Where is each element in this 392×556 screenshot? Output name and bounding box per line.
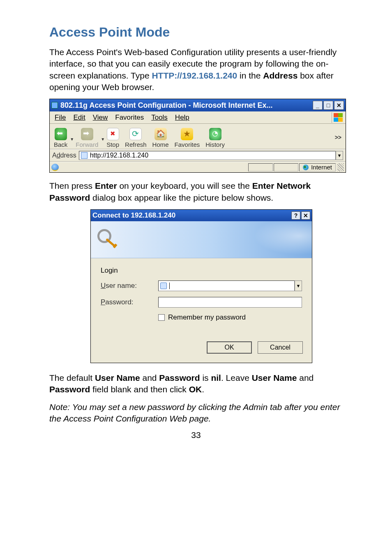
cancel-button[interactable]: Cancel: [258, 341, 303, 354]
stop-label: Stop: [106, 141, 119, 148]
menu-tools[interactable]: Tools: [150, 113, 173, 123]
address-url-text: http://192.168.1.240: [90, 152, 148, 159]
connect-dialog: Connect to 192.168.1.240 ? ✕ Login User …: [90, 209, 312, 363]
favorites-star-icon: [181, 128, 193, 140]
maximize-button[interactable]: □: [323, 101, 333, 110]
stop-button[interactable]: Stop: [106, 128, 119, 148]
dialog-close-button[interactable]: ✕: [301, 211, 310, 220]
menu-favorites[interactable]: Favorites: [113, 113, 150, 123]
login-realm-label: Login: [101, 266, 302, 275]
text: . Leave: [221, 373, 252, 382]
refresh-button[interactable]: Refresh: [125, 128, 147, 148]
text: User Name: [95, 373, 140, 382]
history-button[interactable]: History: [205, 128, 225, 148]
enter-word: Enter: [95, 181, 117, 190]
password-label: Password:: [101, 298, 158, 306]
menu-edit-label: Edit: [73, 114, 85, 121]
security-zone: Internet: [299, 163, 336, 171]
status-bar: Internet: [50, 162, 346, 172]
minimize-button[interactable]: _: [313, 101, 323, 110]
status-progress-2: [274, 163, 298, 171]
menu-view-label: View: [93, 114, 108, 121]
back-dropdown-caret[interactable]: ▼: [70, 137, 74, 141]
remember-password-checkbox[interactable]: [158, 314, 165, 321]
address-label: Address: [52, 152, 76, 159]
help-button[interactable]: ?: [291, 211, 300, 220]
enter-paragraph: Then press Enter on your keyboard, you w…: [49, 180, 343, 204]
dialog-banner: [91, 221, 312, 258]
ie-toolbar: Back ▼ Forward ▼ Stop Refresh Home: [50, 124, 346, 149]
menu-edit[interactable]: Edit: [71, 113, 91, 123]
page-title: Access Point Mode: [49, 25, 343, 40]
zone-label: Internet: [311, 164, 332, 171]
text: Password: [159, 373, 200, 382]
status-progress: [248, 163, 273, 171]
ok-button[interactable]: OK: [207, 341, 252, 354]
ie-menubar: File Edit View Favorites Tools Help: [50, 111, 346, 124]
refresh-label: Refresh: [125, 141, 147, 148]
windows-logo-icon: [332, 112, 346, 123]
username-label: User name:: [101, 282, 158, 290]
text: is: [200, 373, 211, 382]
forward-button: Forward: [76, 128, 98, 148]
back-button[interactable]: Back: [54, 128, 67, 148]
address-word: Address: [263, 71, 297, 80]
stop-icon: [107, 128, 119, 140]
intro-text-b: in the: [237, 71, 263, 80]
address-dropdown[interactable]: ▼: [336, 151, 343, 160]
user-icon: [160, 283, 167, 289]
home-icon: [154, 128, 167, 140]
ie-titlebar: 802.11g Access Point Configuration - Mic…: [50, 99, 346, 111]
intro-paragraph: The Access Point's Web-based Configurati…: [49, 46, 343, 93]
text: nil: [211, 373, 221, 382]
resize-grip-icon: [337, 163, 344, 171]
text: and: [140, 373, 159, 382]
history-label: History: [205, 141, 225, 148]
refresh-icon: [129, 128, 142, 140]
ie-icon: [51, 164, 59, 171]
menu-view[interactable]: View: [91, 113, 114, 123]
address-input[interactable]: http://192.168.1.240: [79, 151, 336, 160]
page-number: 33: [49, 430, 343, 440]
menu-file[interactable]: File: [53, 113, 71, 123]
toolbar-overflow[interactable]: >>: [335, 134, 344, 148]
home-label: Home: [152, 141, 169, 148]
home-button[interactable]: Home: [152, 128, 169, 148]
default-credentials-paragraph: The default User Name and Password is ni…: [49, 372, 343, 396]
note-paragraph: Note: You may set a new password by clic…: [49, 401, 343, 425]
close-button[interactable]: ✕: [334, 101, 344, 110]
text: on your keyboard, you will see the: [117, 181, 252, 190]
menu-help-label: Help: [175, 114, 189, 121]
text: OK: [189, 385, 202, 394]
password-input[interactable]: [158, 297, 302, 308]
forward-dropdown-caret[interactable]: ▼: [101, 137, 105, 141]
username-input[interactable]: [158, 280, 295, 291]
ie-window-title: 802.11g Access Point Configuration - Mic…: [60, 101, 313, 110]
dialog-titlebar: Connect to 192.168.1.240 ? ✕: [91, 210, 312, 221]
text: Password: [49, 385, 90, 394]
dialog-title: Connect to 192.168.1.240: [92, 211, 291, 220]
address-bar: Address http://192.168.1.240 ▼: [50, 149, 346, 162]
favorites-button[interactable]: Favorites: [175, 128, 200, 148]
internet-globe-icon: [303, 164, 309, 170]
history-clock-icon: [209, 128, 221, 140]
forward-label: Forward: [76, 141, 98, 148]
text: field blank and then click: [90, 385, 189, 394]
ie-app-icon: [51, 102, 58, 109]
text: User Name: [252, 373, 297, 382]
keyring-icon: [97, 229, 119, 250]
back-label: Back: [54, 141, 67, 148]
text: and: [297, 373, 314, 382]
forward-arrow-icon: [81, 128, 93, 140]
remember-password-label: Remember my password: [168, 313, 246, 322]
text: .: [202, 385, 204, 394]
menu-file-label: File: [55, 114, 66, 121]
username-dropdown[interactable]: ▼: [295, 280, 302, 291]
text: Then press: [49, 181, 95, 190]
menu-tools-label: Tools: [151, 114, 168, 121]
text: dialog box appear like the picture below…: [90, 193, 273, 202]
http-url-text: HTTP://192.168.1.240: [152, 71, 237, 80]
back-arrow-icon: [55, 128, 67, 140]
ie-window: 802.11g Access Point Configuration - Mic…: [49, 99, 346, 173]
menu-help[interactable]: Help: [173, 113, 195, 123]
